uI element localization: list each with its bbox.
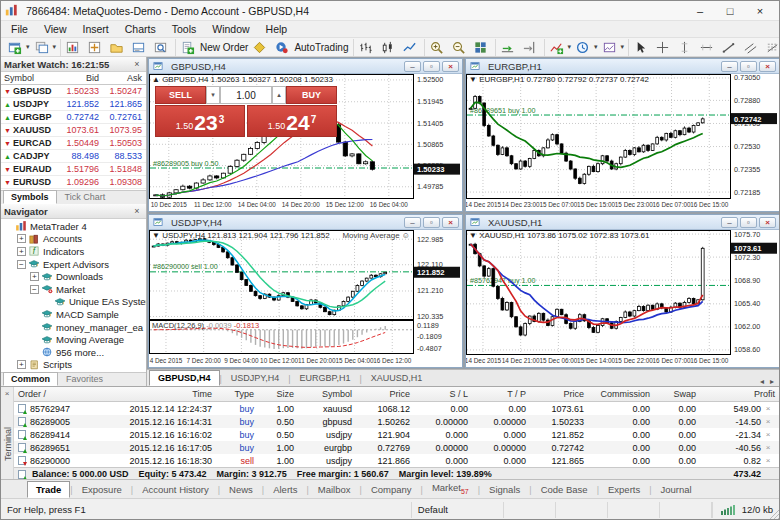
volume-increase-button[interactable]: ▴ — [272, 86, 286, 104]
close-position-button[interactable]: × — [761, 404, 775, 413]
column-t-p[interactable]: T / P — [474, 389, 532, 399]
chart-minimize-button[interactable]: – — [404, 61, 421, 72]
order-row-86290000[interactable]: 862900002015.12.16 16:18:30sell1.00usdjp… — [14, 454, 780, 467]
tile-windows-button[interactable] — [471, 39, 493, 56]
column-swap[interactable]: Swap — [656, 389, 702, 399]
chart-restore-button[interactable]: ▫ — [740, 217, 757, 228]
collapse-toggle[interactable]: − — [17, 260, 26, 269]
chart-window-titlebar[interactable]: USDJPY,H4–▫× — [149, 215, 462, 230]
terminal-tab-exposure[interactable]: Exposure — [73, 481, 131, 498]
zoom-in-button[interactable] — [427, 39, 449, 56]
terminal-tab-market[interactable]: Market57 — [423, 479, 478, 498]
navigator-item-money-manager-ea[interactable]: money_manager_ea — [1, 321, 146, 334]
chart-canvas[interactable]: 10 Dec 201511 Dec 12:0014 Dec 04:0014 De… — [149, 74, 461, 210]
order-row-86289414[interactable]: 862894142015.12.16 16:16:02buy0.50usdjpy… — [14, 428, 780, 441]
chart-close-button[interactable]: × — [759, 217, 776, 228]
column-size[interactable]: Size — [260, 389, 300, 399]
profile-selector[interactable]: Default — [412, 502, 504, 518]
chart-minimize-button[interactable]: – — [721, 217, 738, 228]
column-time[interactable]: Time — [92, 389, 218, 399]
order-row-86289651[interactable]: 862896512015.12.16 16:17:05buy1.00eurgbp… — [14, 441, 780, 454]
close-position-button[interactable]: × — [761, 430, 775, 439]
new-chart-button[interactable]: ▾ — [5, 39, 32, 56]
tab-scroll-left-icon[interactable]: ◂ — [757, 377, 767, 386]
order-row-86289005[interactable]: 862890052015.12.16 16:14:31buy0.50gbpusd… — [14, 415, 780, 428]
cursor-button[interactable] — [631, 39, 653, 56]
market-watch-row-usdjpy[interactable]: ▲USDJPY121.852121.865 — [1, 98, 146, 111]
chart-window-titlebar[interactable]: GBPUSD,H4–▫× — [149, 59, 462, 74]
chart-canvas[interactable]: 14 Dec 201514 Dec 23:0015 Dec 07:0015 De… — [466, 74, 778, 210]
autotrading-button[interactable]: AutoTrading — [272, 39, 350, 56]
terminal-tab-code-base[interactable]: Code Base — [532, 481, 597, 498]
horizontal-line-button[interactable] — [697, 39, 719, 56]
expand-toggle[interactable]: + — [17, 360, 26, 369]
zoom-out-button[interactable] — [449, 39, 471, 56]
navigator-button[interactable] — [107, 39, 129, 56]
navigator-item-downloads[interactable]: +Downloads — [1, 270, 146, 283]
terminal-tab-journal[interactable]: Journal — [652, 481, 701, 498]
column-order[interactable]: Order / — [14, 389, 92, 399]
expand-toggle[interactable]: + — [30, 272, 39, 281]
terminal-tab-news[interactable]: News — [220, 481, 262, 498]
column-profit[interactable]: Profit — [702, 389, 780, 399]
menu-window[interactable]: Window — [204, 22, 257, 36]
chart-restore-button[interactable]: ▫ — [423, 217, 440, 228]
chart-tab-eurgbp-h1[interactable]: EURGBP,H1 — [291, 370, 360, 386]
column-commission[interactable]: Commission — [590, 389, 656, 399]
bar-chart-button[interactable] — [356, 39, 378, 56]
chart-window-titlebar[interactable]: XAUUSD,H1–▫× — [466, 215, 779, 230]
volume-input[interactable]: 1.00 — [220, 86, 272, 104]
column-price[interactable]: Price — [532, 389, 590, 399]
menu-file[interactable]: File — [3, 22, 36, 36]
candlestick-chart-button[interactable] — [378, 39, 400, 56]
data-window-button[interactable] — [85, 39, 107, 56]
market-watch-row-eurcad[interactable]: ▼EURCAD1.504491.50503 — [1, 137, 146, 150]
chart-restore-button[interactable]: ▫ — [740, 61, 757, 72]
terminal-close-icon[interactable]: × — [1, 389, 13, 398]
column-price[interactable]: Price — [358, 389, 416, 399]
auto-scroll-button[interactable] — [498, 39, 520, 56]
trendline-button[interactable] — [719, 39, 741, 56]
expand-toggle[interactable]: + — [17, 234, 26, 243]
menu-help[interactable]: Help — [258, 22, 296, 36]
sell-price-button[interactable]: 1.50233 — [155, 105, 245, 137]
sell-button[interactable]: SELL — [155, 86, 206, 104]
line-chart-button[interactable] — [400, 39, 422, 56]
navigator-item-macd-sample[interactable]: MACD Sample — [1, 308, 146, 321]
menu-tools[interactable]: Tools — [164, 22, 205, 36]
strategy-tester-button[interactable] — [151, 39, 173, 56]
chart-close-button[interactable]: × — [442, 217, 459, 228]
resize-grip[interactable] — [770, 509, 780, 519]
chart-close-button[interactable]: × — [759, 61, 776, 72]
navigator-item-market[interactable]: −Market — [1, 283, 146, 296]
terminal-tab-trade[interactable]: Trade — [27, 481, 70, 498]
crosshair-button[interactable] — [653, 39, 675, 56]
close-position-button[interactable]: × — [761, 417, 775, 426]
menu-insert[interactable]: Insert — [75, 22, 117, 36]
market-watch-row-gbpusd[interactable]: ▼GBPUSD1.502331.50247 — [1, 85, 146, 98]
menu-charts[interactable]: Charts — [117, 22, 164, 36]
chart-minimize-button[interactable]: – — [721, 61, 738, 72]
volume-decrease-button[interactable]: ▾ — [206, 86, 220, 104]
indicators-list-button[interactable]: ▾ — [547, 39, 574, 56]
market-watch-row-eurusd[interactable]: ▼EURUSD1.092961.09308 — [1, 176, 146, 189]
market-watch-tab-symbols[interactable]: Symbols — [3, 190, 57, 204]
terminal-tab-alerts[interactable]: Alerts — [264, 481, 306, 498]
market-watch-button[interactable] — [63, 39, 85, 56]
chart-canvas[interactable]: 14 Dec 201514 Dec 21:0015 Dec 06:0015 De… — [466, 230, 778, 366]
metaeditor-button[interactable] — [250, 39, 272, 56]
navigator-item-indicators[interactable]: +fIndicators — [1, 245, 146, 258]
collapse-toggle[interactable]: − — [30, 285, 39, 294]
chart-canvas[interactable]: 4 Dec 20157 Dec 20:009 Dec 04:0010 Dec 1… — [149, 230, 461, 366]
chart-restore-button[interactable]: ▫ — [423, 61, 440, 72]
terminal-button[interactable] — [129, 39, 151, 56]
maximize-button[interactable]: □ — [715, 2, 745, 20]
minimize-button[interactable]: – — [685, 2, 715, 20]
market-watch-tab-tick-chart[interactable]: Tick Chart — [57, 190, 114, 204]
buy-button[interactable]: BUY — [286, 86, 337, 104]
profiles-button[interactable]: ▾ — [32, 39, 59, 56]
buy-price-button[interactable]: 1.50247 — [247, 105, 337, 137]
chart-tab-xauusd-h1[interactable]: XAUUSD,H1 — [362, 370, 432, 386]
navigator-item-moving-average[interactable]: Moving Average — [1, 333, 146, 346]
market-watch-row-cadjpy[interactable]: ▲CADJPY88.49888.533 — [1, 150, 146, 163]
